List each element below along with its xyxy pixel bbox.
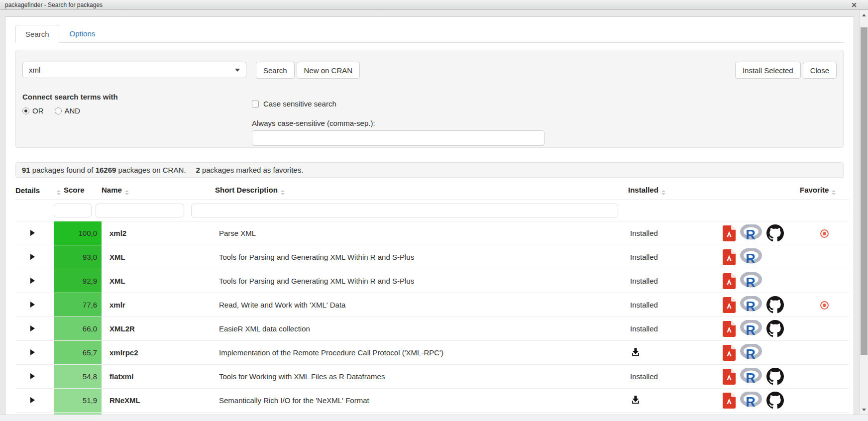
package-name: xmlr — [102, 293, 215, 317]
expand-details-icon[interactable] — [30, 254, 35, 260]
r-project-icon[interactable]: R — [740, 320, 762, 337]
installed-status: Installed — [630, 229, 658, 237]
github-icon[interactable] — [766, 320, 784, 337]
expand-details-icon[interactable] — [30, 278, 35, 284]
result-status-bar: 91 packages found of 16269 packages on C… — [15, 162, 844, 178]
score-badge: 54,8 — [54, 365, 102, 388]
total-count: 16269 — [96, 166, 116, 174]
favorite-count: 2 — [196, 166, 200, 174]
package-name: XML — [102, 245, 215, 269]
favorite-marker[interactable] — [820, 229, 829, 238]
pdf-manual-icon[interactable] — [723, 369, 736, 385]
results-table: Details Score Name Short Description Ins… — [15, 180, 849, 415]
expand-details-icon[interactable] — [30, 302, 35, 308]
pdf-manual-icon[interactable] — [723, 393, 736, 409]
new-on-cran-button[interactable]: New on CRAN — [297, 62, 360, 79]
expand-details-icon[interactable] — [30, 325, 35, 331]
github-icon[interactable] — [766, 368, 784, 385]
scroll-up-button[interactable] — [860, 11, 868, 19]
score-filter-input[interactable] — [54, 204, 92, 217]
name-filter-input[interactable] — [96, 204, 184, 217]
pdf-manual-icon[interactable] — [723, 321, 736, 337]
search-term-combobox[interactable]: xml — [22, 62, 246, 78]
close-button[interactable]: Close — [803, 62, 837, 79]
r-project-icon[interactable]: R — [740, 344, 762, 361]
pdf-manual-icon[interactable] — [723, 345, 736, 361]
sort-icon[interactable] — [125, 190, 129, 195]
package-row: 77,6 xmlr Read, Write and Work with 'XML… — [15, 293, 849, 317]
radio-and[interactable] — [55, 107, 62, 114]
r-project-icon[interactable]: R — [740, 392, 762, 409]
vertical-scrollbar-thumb[interactable] — [861, 27, 868, 355]
score-badge: 93,0 — [54, 245, 102, 269]
score-badge: 51,9 — [54, 389, 102, 412]
scroll-down-button[interactable] — [860, 406, 868, 414]
r-project-icon[interactable]: R — [740, 248, 762, 266]
column-header-short-description[interactable]: Short Description — [215, 180, 628, 200]
svg-text:R: R — [746, 323, 756, 337]
vertical-scrollbar[interactable] — [859, 10, 868, 415]
table-header-row: Details Score Name Short Description Ins… — [15, 180, 849, 200]
package-name: RNeXML — [102, 389, 215, 413]
package-row: 100,0 xml2 Parse XML Installed R — [15, 221, 849, 245]
case-sensitive-checkbox[interactable] — [252, 101, 259, 107]
github-icon[interactable] — [766, 224, 784, 242]
favorite-marker[interactable] — [820, 301, 829, 310]
expand-details-icon[interactable] — [30, 349, 35, 355]
r-project-icon[interactable]: R — [740, 272, 762, 290]
score-badge: 65,7 — [54, 341, 102, 364]
score-value: 66,0 — [83, 324, 97, 333]
column-header-name[interactable]: Name — [102, 180, 215, 200]
always-case-input[interactable] — [252, 130, 544, 146]
package-description: Implementation of the Remote Procedure C… — [215, 341, 628, 365]
installed-status: Installed — [630, 324, 658, 333]
search-term-value: xml — [29, 66, 40, 74]
r-project-icon[interactable]: R — [740, 296, 762, 314]
column-filter-row — [15, 200, 849, 221]
tab-options[interactable]: Options — [60, 25, 105, 42]
sort-icon[interactable] — [57, 190, 61, 195]
search-button[interactable]: Search — [256, 62, 295, 79]
close-icon[interactable]: ✕ — [851, 1, 857, 8]
github-icon[interactable] — [766, 296, 784, 314]
sort-icon[interactable] — [281, 190, 285, 195]
score-badge: 77,6 — [54, 293, 102, 316]
installed-status: Installed — [630, 253, 658, 261]
r-project-icon[interactable]: R — [740, 224, 762, 242]
package-name: flatxml — [102, 365, 215, 389]
window-titlebar: packagefinder - Search for packages ✕ — [0, 0, 868, 10]
column-header-favorite[interactable]: Favorite — [800, 180, 849, 200]
tab-search[interactable]: Search — [15, 25, 59, 43]
package-row: 93,0 XML Tools for Parsing and Generatin… — [15, 245, 849, 269]
score-badge: 100,0 — [54, 221, 102, 245]
radio-or[interactable] — [22, 107, 29, 114]
pdf-manual-icon[interactable] — [723, 249, 736, 265]
installed-status: Installed — [630, 301, 658, 309]
pdf-manual-icon[interactable] — [723, 297, 736, 313]
column-header-details[interactable]: Details — [15, 180, 54, 200]
packagefinder-panel: Search Options xml Search New on CRAN In… — [5, 16, 854, 415]
results-table-body: 100,0 xml2 Parse XML Installed R — [15, 221, 849, 415]
package-name: XML2R — [102, 317, 215, 341]
sort-icon[interactable] — [832, 190, 836, 195]
expand-details-icon[interactable] — [30, 397, 35, 403]
description-filter-input[interactable] — [191, 204, 618, 217]
horizontal-scrollbar-track[interactable] — [0, 415, 868, 421]
package-row: 65,7 xmlrpc2 Implementation of the Remot… — [15, 341, 849, 365]
svg-text:R: R — [746, 227, 756, 242]
pdf-manual-icon[interactable] — [723, 225, 736, 241]
github-icon[interactable] — [766, 392, 784, 409]
expand-details-icon[interactable] — [30, 373, 35, 379]
arrow-down-icon — [862, 409, 866, 411]
installed-status: Installed — [630, 277, 658, 285]
column-header-installed[interactable]: Installed — [628, 180, 723, 200]
sort-icon[interactable] — [661, 190, 665, 195]
package-description: EasieR XML data collection — [215, 317, 628, 341]
package-description: Semantically Rich I/O for the 'NeXML' Fo… — [215, 389, 628, 413]
pdf-manual-icon[interactable] — [723, 273, 736, 289]
package-description: Tools for Parsing and Generating XML Wit… — [215, 245, 628, 269]
r-project-icon[interactable]: R — [740, 368, 762, 385]
install-selected-button[interactable]: Install Selected — [735, 62, 801, 79]
column-header-score[interactable]: Score — [54, 180, 102, 200]
expand-details-icon[interactable] — [30, 230, 35, 236]
